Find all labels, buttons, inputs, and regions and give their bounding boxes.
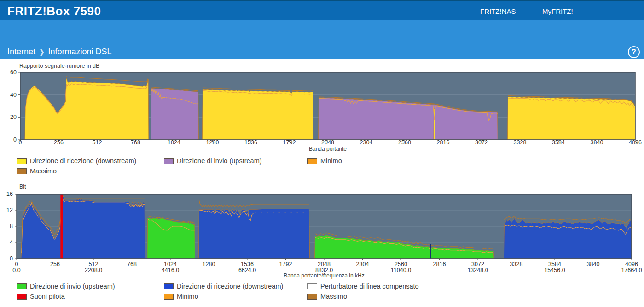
- legend-label-minimo: Minimo: [177, 293, 198, 300]
- brand-logo: FRITZ!Box 7590: [7, 4, 101, 18]
- area-downstream: [504, 218, 632, 259]
- x-tick-label: 768: [131, 139, 140, 146]
- legend-item-downstream: Direzione di ricezione (downstream): [164, 283, 307, 290]
- x-axis-caption: Banda portante: [309, 146, 347, 152]
- legend-item-massimo: Massimo: [307, 293, 464, 300]
- area-downstream: [202, 89, 313, 140]
- x-tick-label: 1280: [206, 139, 219, 146]
- legend-item-upstream: Direzione di invio (upstream): [17, 283, 164, 290]
- legend-label-pilota: Suoni pilota: [30, 293, 65, 300]
- legend-item-massimo: Massimo: [17, 167, 164, 175]
- x-tick-label: 3584: [548, 261, 561, 267]
- x-tick-label: 3328: [510, 261, 523, 267]
- main-content: Rapporto segnale-rumore in dB02040600256…: [0, 59, 644, 307]
- legend-swatch-upstream: [17, 283, 27, 289]
- help-icon[interactable]: ?: [628, 46, 640, 58]
- x-tick-label: 256: [54, 139, 64, 146]
- x-tick-label: 1024: [164, 261, 177, 267]
- legend-item-minimo: Minimo: [307, 157, 464, 165]
- legend-label-massimo: Massimo: [320, 293, 347, 300]
- legend-swatch-perturbatore: [307, 283, 317, 289]
- freq-tick-label: 2208.0: [85, 267, 102, 273]
- x-tick-label: 3584: [552, 139, 565, 146]
- y-tick-label: 0: [13, 136, 17, 143]
- breadcrumb-page: Informazioni DSL: [48, 47, 111, 56]
- sub-bar: Internet❯Informazioni DSL ? PanoramicaDS…: [0, 20, 644, 59]
- x-tick-label: 3840: [587, 261, 600, 267]
- y-tick-label: 60: [10, 69, 17, 76]
- area-upstream: [147, 218, 195, 259]
- legend-swatch-minimo: [164, 294, 174, 300]
- area-upstream: [151, 88, 199, 140]
- freq-tick-label: 13248.0: [467, 267, 488, 273]
- x-tick-label: 2816: [437, 139, 450, 146]
- x-axis-caption: Banda portante/frequenza in kHz: [284, 272, 364, 279]
- legend-label-upstream: Direzione di invio (upstream): [177, 157, 262, 165]
- x-tick-label: 4096: [625, 261, 638, 267]
- legend-swatch-minimo: [307, 158, 317, 164]
- myfritz-link[interactable]: MyFRITZ!: [542, 7, 573, 15]
- y-tick-label: 4: [10, 239, 13, 246]
- legend-swatch-pilota: [17, 294, 27, 300]
- legend-swatch-downstream: [164, 283, 174, 289]
- snr-chart: Rapporto segnale-rumore in dB02040600256…: [0, 59, 644, 155]
- freq-tick-label: 6624.0: [238, 267, 256, 273]
- breadcrumb: Internet❯Informazioni DSL: [7, 47, 112, 57]
- area-downstream: [507, 97, 635, 140]
- legend-swatch-massimo: [307, 294, 317, 300]
- x-tick-label: 256: [50, 261, 60, 267]
- legend-swatch-massimo: [17, 168, 27, 174]
- x-tick-label: 2048: [318, 261, 331, 267]
- x-tick-label: 2304: [356, 261, 369, 267]
- legend-label-minimo: Minimo: [320, 157, 342, 165]
- legend-item-pilota: Suoni pilota: [17, 293, 164, 300]
- freq-tick-label: 0.0: [12, 267, 20, 273]
- legend-item-downstream: Direzione di ricezione (downstream): [17, 157, 164, 165]
- legend-label-downstream: Direzione di ricezione (downstream): [30, 157, 136, 165]
- breadcrumb-section[interactable]: Internet: [7, 47, 35, 56]
- x-tick-label: 2048: [321, 139, 334, 146]
- legend-swatch-downstream: [17, 158, 27, 164]
- legend-item-perturbatore: Perturbatore di linea compensato: [307, 283, 464, 290]
- legend-label-downstream: Direzione di ricezione (downstream): [177, 283, 283, 290]
- x-tick-label: 0: [19, 139, 22, 146]
- y-tick-label: 40: [10, 92, 17, 98]
- disturber-marker: [430, 244, 431, 259]
- fritznas-link[interactable]: FRITZ!NAS: [480, 7, 516, 15]
- freq-tick-label: 4416.0: [162, 267, 179, 273]
- freq-tick-label: 17664.0: [621, 267, 642, 273]
- x-tick-label: 1536: [241, 261, 254, 267]
- freq-tick-label: 11040.0: [391, 267, 411, 273]
- pilot-tone: [60, 194, 63, 259]
- legend-label-perturbatore: Perturbatore di linea compensato: [320, 283, 419, 290]
- breadcrumb-separator-icon: ❯: [35, 48, 48, 56]
- chart-title: Rapporto segnale-rumore in dB: [19, 63, 99, 69]
- chart-title: Bit: [19, 183, 26, 190]
- x-tick-label: 3840: [591, 139, 603, 146]
- legend-item-upstream: Direzione di invio (upstream): [164, 157, 307, 165]
- x-tick-label: 1024: [168, 139, 180, 146]
- y-tick-label: 20: [10, 114, 17, 120]
- x-tick-label: 768: [127, 261, 137, 267]
- legend-label-massimo: Massimo: [30, 167, 57, 175]
- bit-chart: Bit0481216025651276810241280153617922048…: [0, 183, 644, 279]
- x-tick-label: 1792: [283, 139, 296, 146]
- x-tick-label: 1280: [203, 261, 215, 267]
- y-tick-label: 12: [6, 207, 13, 213]
- x-tick-label: 512: [93, 139, 102, 146]
- x-tick-label: 2304: [360, 139, 373, 146]
- bit-legend: Direzione di invio (upstream)Direzione d…: [17, 281, 634, 301]
- y-tick-label: 8: [10, 223, 13, 230]
- freq-tick-label: 15456.0: [544, 267, 565, 273]
- x-tick-label: 2560: [398, 139, 411, 146]
- x-tick-label: 3072: [471, 261, 484, 267]
- x-tick-label: 1792: [279, 261, 292, 267]
- snr-legend: Direzione di ricezione (downstream)Direz…: [17, 156, 634, 176]
- legend-label-upstream: Direzione di invio (upstream): [30, 283, 115, 290]
- x-tick-label: 1536: [244, 139, 257, 146]
- x-tick-label: 512: [89, 261, 99, 267]
- area-downstream: [198, 209, 309, 259]
- legend-item-minimo: Minimo: [164, 293, 307, 300]
- x-tick-label: 0: [15, 261, 18, 267]
- x-tick-label: 3328: [514, 139, 527, 146]
